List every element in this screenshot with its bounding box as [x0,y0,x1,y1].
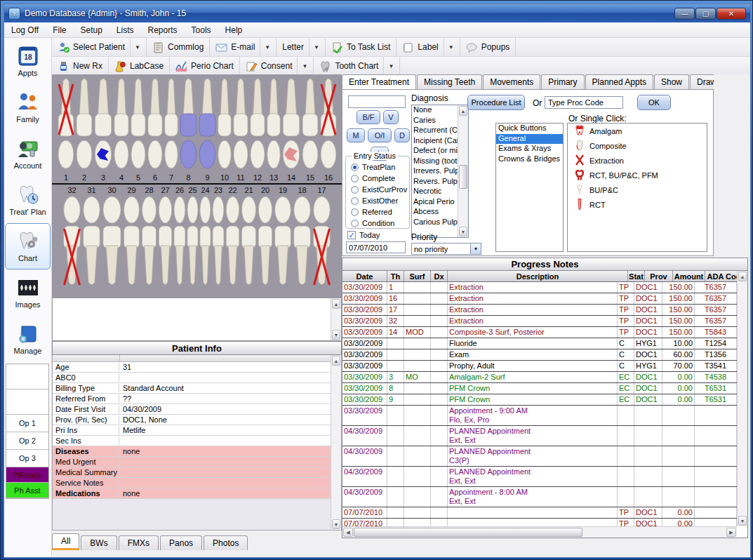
radio-button[interactable] [351,220,359,227]
surface-button-d[interactable]: D [394,128,410,142]
column-header-amount[interactable]: Amount [673,271,705,281]
column-header-prov[interactable]: Prov [645,271,673,281]
tooth-number-input[interactable] [348,95,406,108]
progress-row[interactable]: 04/30/2009PLANNED Appointment C3(P) [342,446,737,467]
entry-status-option-existcurprov[interactable]: ExistCurProv [346,184,409,195]
tab-planned-appts[interactable]: Planned Appts [585,74,653,89]
sidebar-item-images[interactable]: Images [4,269,51,316]
progress-row[interactable]: 03/30/20098PFM CrownECDOC10.00T6531 [342,383,737,394]
progress-row[interactable]: 03/30/200917ExtractionTPDOC1150.00T6357 [342,305,737,316]
toolbar-button-popups[interactable]: Popups [460,38,517,56]
progress-row[interactable]: 03/30/20093MOAmalgam-2 SurfECDOC10.00T45… [342,372,737,383]
progress-row[interactable]: 07/07/2010TPDOC10.00 [342,519,737,526]
tooth-24[interactable]: 24 [200,186,211,285]
today-checkbox-box[interactable]: ✓ [347,231,356,239]
menu-item-setup[interactable]: Setup [73,23,109,37]
column-header-date[interactable]: Date [342,271,387,281]
diagnosis-option[interactable]: Irrevers. Pulp. [412,166,458,177]
chevron-down-icon[interactable]: ▼ [309,38,319,56]
progress-row[interactable]: 03/30/2009FluorideCHYG110.00T1254 [342,338,737,349]
progress-row[interactable]: 04/30/2009Appointment - 8:00 AM Ext, Ext [342,487,737,507]
category-item-quick-buttons[interactable]: Quick Buttons [496,124,563,134]
sidebar-item-chart[interactable]: Chart [5,223,51,269]
radio-button[interactable] [351,197,359,205]
progress-notes-hscrollbar[interactable]: ◀▶ [342,526,737,538]
maximize-button[interactable]: ▢ [695,8,716,20]
tooth-23[interactable]: 23 [213,186,224,285]
sidebar-item-appts[interactable]: 18Appts [4,38,51,84]
tooth-13[interactable]: 13 [267,79,280,182]
diagnosis-option[interactable]: Carious Pulp E [412,218,458,228]
image-tab-bws[interactable]: BWs [81,535,116,550]
tooth-16[interactable]: 16 [321,79,336,182]
image-tab-panos[interactable]: Panos [160,535,202,550]
status-button-ptready[interactable]: PtReady [6,467,48,483]
tooth-4[interactable]: 4 [114,79,128,182]
sidebar-item-treat-plan[interactable]: Treat' Plan [4,177,51,223]
tooth-30[interactable]: 30 [103,186,121,285]
category-item-crowns-bridges[interactable]: Crowns & Bridges [496,154,563,165]
quick-button-bu-p-c[interactable]: BU/P&C [568,182,707,197]
radio-button[interactable] [351,164,359,171]
toolbar-button-commlog[interactable]: Commlog [147,38,210,56]
toolbar-button-perio-chart[interactable]: Perio Chart [170,57,240,75]
toolbar-button-to-task-list[interactable]: To Task List [326,38,397,56]
progress-row[interactable]: 03/30/200914MODComposite-3 Surf, Posteri… [342,327,737,338]
tooth-22[interactable]: 22 [226,186,239,285]
tooth-chart[interactable]: 1234567891011121314151632313029282726252… [52,74,342,298]
diagnosis-option[interactable]: Abcess [412,207,458,218]
tooth-18[interactable]: 18 [294,186,311,285]
diagnosis-option[interactable]: None [412,105,458,116]
status-button-ph-asst[interactable]: Ph Asst [6,483,48,498]
entry-status-option-existother[interactable]: ExistOther [346,195,409,206]
tab-show[interactable]: Show [654,74,689,89]
sidebar-item-manage[interactable]: Manage [4,316,51,362]
patient-info-scrollbar[interactable]: ▲▼ [331,355,341,530]
diagnosis-option[interactable]: Necrotic [412,187,458,197]
tooth-3[interactable]: 3 [95,79,112,182]
op-list-blank[interactable] [6,389,48,415]
toolbar-button-labcase[interactable]: LabCase [109,57,170,75]
radio-button[interactable] [351,175,359,182]
diagnosis-option[interactable]: Caries [412,116,458,126]
menu-item-lists[interactable]: Lists [109,23,141,37]
toolbar-button-consent[interactable]: Consent▼ [240,57,314,75]
diagnosis-option[interactable]: Apical Perio [412,197,458,208]
chevron-down-icon[interactable]: ▼ [297,57,307,75]
quick-button-amalgam[interactable]: Amalgam [568,124,707,138]
progress-row[interactable]: 03/30/2009Appointment - 9:00 AM Flo, Ex,… [342,406,737,426]
tooth-12[interactable]: 12 [251,79,265,182]
menu-item-file[interactable]: File [46,23,73,37]
tooth-27[interactable]: 27 [159,186,171,285]
entry-status-option-condition[interactable]: Condition [346,218,409,229]
tooth-28[interactable]: 28 [142,186,156,285]
minimize-button[interactable]: — [674,8,695,20]
proc-code-input[interactable] [545,96,623,109]
progress-row[interactable]: 04/30/2009PLANNED Appointment Ext, Ext [342,426,737,446]
menu-item-reports[interactable]: Reports [141,23,185,37]
diagnosis-option[interactable]: Revers. Pulp. [412,177,458,187]
chevron-down-icon[interactable]: ▼ [470,244,481,254]
menu-item-help[interactable]: Help [218,23,250,37]
sidebar-item-account[interactable]: Account [4,131,51,177]
tooth-32[interactable]: 32 [64,186,81,285]
image-tab-photos[interactable]: Photos [204,535,248,550]
chevron-down-icon[interactable]: ▼ [444,38,454,56]
toolbar-button-label[interactable]: Label▼ [397,38,460,56]
diagnosis-option[interactable]: Recurrent (Car) [412,126,458,136]
surface-button-o-i[interactable]: O/I [368,128,392,142]
radio-button[interactable] [351,208,359,216]
tooth-6[interactable]: 6 [148,79,162,182]
tooth-8[interactable]: 8 [180,79,196,182]
op-list-blank[interactable] [6,364,48,389]
tooth-14[interactable]: 14 [283,79,300,182]
tooth-15[interactable]: 15 [302,79,318,182]
surface-button-b-f[interactable]: B/F [356,110,380,124]
progress-row[interactable]: 03/30/20099PFM CrownECDOC10.00T6531 [342,394,737,406]
toolbar-button-e-mail[interactable]: E-mail▼ [210,38,276,56]
surface-button-m[interactable]: M [347,128,365,142]
category-item-exams-xrays[interactable]: Exams & Xrays [496,144,563,154]
chart-notes-scrollbar[interactable]: ▲▼ [331,298,341,340]
tooth-17[interactable]: 17 [314,186,331,285]
diagnosis-list[interactable]: ▲▼ NoneCariesRecurrent (Car)Incipient (C… [411,105,469,238]
